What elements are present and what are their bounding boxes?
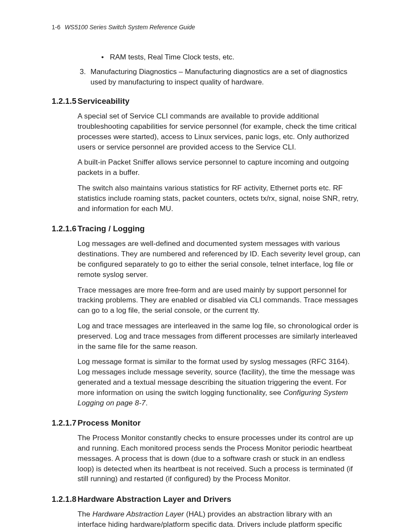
section-number: 1.2.1.7 — [52, 417, 78, 429]
page: 1-6 WS5100 Series Switch System Referenc… — [0, 0, 411, 532]
paragraph: The Process Monitor constantly checks to… — [78, 433, 361, 484]
section-body: The Process Monitor constantly checks to… — [78, 433, 361, 484]
paragraph: Log messages are well-defined and docume… — [78, 239, 361, 280]
page-header: 1-6 WS5100 Series Switch System Referenc… — [52, 24, 361, 31]
section-body: A special set of Service CLI commands ar… — [78, 111, 361, 214]
paragraph: The switch also maintains various statis… — [78, 183, 361, 214]
text: . — [146, 399, 148, 407]
section-heading: 1.2.1.7 Process Monitor — [52, 417, 361, 429]
section-number: 1.2.1.5 — [52, 96, 78, 107]
section-heading: 1.2.1.6 Tracing / Logging — [52, 223, 361, 234]
text: The — [78, 510, 92, 518]
section-heading: 1.2.1.8 Hardware Abstraction Layer and D… — [52, 494, 361, 505]
paragraph: Trace messages are more free-form and ar… — [78, 285, 361, 316]
list-item: RAM tests, Real Time Clock tests, etc. — [101, 52, 361, 62]
section-title: Hardware Abstraction Layer and Drivers — [78, 494, 231, 505]
paragraph: Log message format is similar to the for… — [78, 357, 361, 408]
paragraph: A special set of Service CLI commands ar… — [78, 111, 361, 152]
term: Hardware Abstraction Layer — [92, 510, 184, 518]
paragraph: Log and trace messages are interleaved i… — [78, 321, 361, 352]
section-body: The Hardware Abstraction Layer (HAL) pro… — [78, 509, 361, 532]
item-text: Manufacturing Diagnostics – Manufacturin… — [90, 68, 347, 86]
page-number: 1-6 — [52, 24, 60, 31]
section-title: Tracing / Logging — [78, 223, 145, 234]
section-number: 1.2.1.6 — [52, 223, 78, 234]
section-title: Serviceability — [78, 96, 130, 107]
paragraph: The Hardware Abstraction Layer (HAL) pro… — [78, 509, 361, 532]
section-number: 1.2.1.8 — [52, 494, 78, 505]
section-body: Log messages are well-defined and docume… — [78, 239, 361, 408]
numbered-item: 3. Manufacturing Diagnostics – Manufactu… — [80, 67, 361, 87]
section-heading: 1.2.1.5 Serviceability — [52, 96, 361, 107]
section-title: Process Monitor — [78, 417, 140, 429]
item-number: 3. — [80, 67, 86, 77]
doc-title: WS5100 Series Switch System Reference Gu… — [65, 24, 195, 31]
paragraph: A built-in Packet Sniffer allows service… — [78, 157, 361, 178]
page-content: RAM tests, Real Time Clock tests, etc. 3… — [52, 52, 361, 532]
